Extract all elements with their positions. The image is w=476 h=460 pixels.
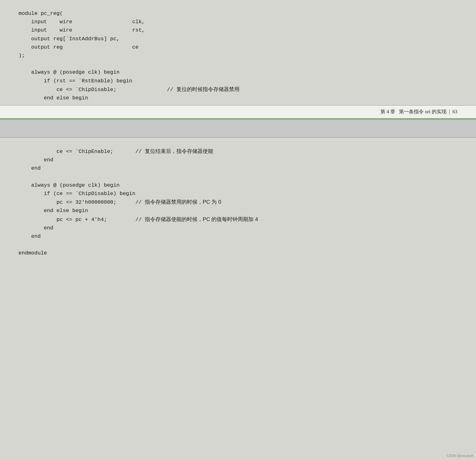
bottom-page-section: ce <= `ChipEnable; // 复位结束后，指令存储器使能 end …: [0, 138, 476, 460]
code-line: endmodule: [19, 249, 457, 257]
code-line: always @ (posedge clk) begin: [19, 68, 457, 76]
code-line: pc <= pc + 4'h4; // 指令存储器使能的时候，PC 的值每时钟周…: [19, 215, 457, 224]
code-line: if (rst == `RstEnable) begin: [19, 77, 457, 85]
code-line: input wire rst,: [19, 26, 457, 34]
code-line: [19, 173, 457, 181]
code-line: end: [19, 156, 457, 164]
code-line: [19, 60, 457, 68]
code-line: end: [19, 232, 457, 241]
code-line: pc <= 32'h00000000; // 指令存储器禁用的时候，PC 为 0: [19, 198, 457, 206]
code-line: ce <= `ChipEnable; // 复位结束后，指令存储器使能: [19, 147, 457, 156]
code-line: module pc_reg(: [19, 9, 457, 18]
page-divider: [0, 119, 476, 138]
code-line: ce <= `ChipDisable; // 复位的时候指令存储器禁用: [19, 85, 457, 94]
code-line: end: [19, 164, 457, 172]
code-line: [19, 241, 457, 249]
code-line: end: [19, 224, 457, 232]
top-page-section: module pc_reg( input wire clk, input wir…: [0, 0, 476, 105]
code-line: always @ (posedge clk) begin: [19, 181, 457, 189]
code-line: output reg ce: [19, 43, 457, 51]
code-line: if (ce == `ChipDisable) begin: [19, 189, 457, 198]
watermark: CSDN @youzjuer: [447, 454, 474, 458]
code-line: end else begin: [19, 94, 457, 102]
code-line: );: [19, 51, 457, 60]
code-line: output reg[`InstAddrBus] pc,: [19, 35, 457, 43]
top-code-block: module pc_reg( input wire clk, input wir…: [19, 6, 457, 105]
code-line: input wire clk,: [19, 18, 457, 26]
bottom-code-block: ce <= `ChipEnable; // 复位结束后，指令存储器使能 end …: [19, 144, 457, 260]
page-footer: 第 4 章 第一条指令 ori 的实现 | 63: [0, 105, 476, 119]
footer-chapter-title: 第 4 章 第一条指令 ori 的实现 | 63: [380, 109, 457, 115]
code-line: end else begin: [19, 206, 457, 215]
